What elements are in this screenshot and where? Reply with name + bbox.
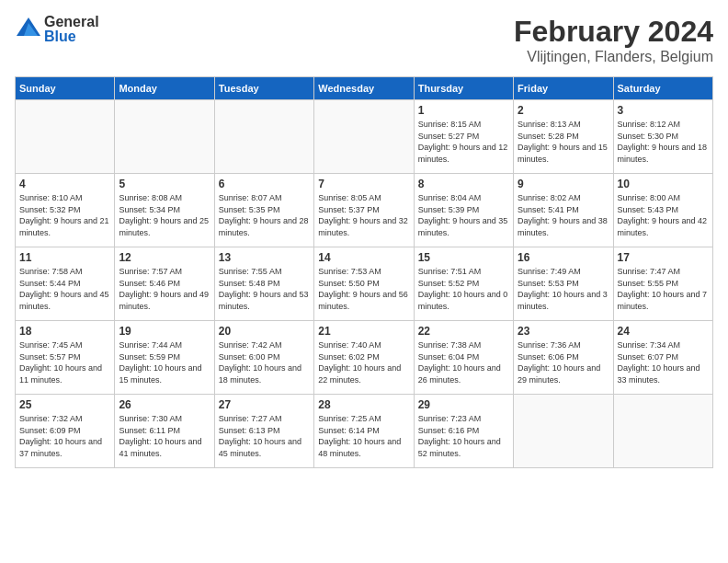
day-number: 26 (119, 398, 210, 411)
day-number: 25 (19, 398, 110, 411)
calendar-cell: 26Sunrise: 7:30 AMSunset: 6:11 PMDayligh… (115, 395, 214, 468)
logo-blue-text: Blue (44, 29, 99, 44)
calendar-cell: 2Sunrise: 8:13 AMSunset: 5:28 PMDaylight… (514, 100, 613, 174)
day-number: 10 (618, 178, 709, 190)
week-row-3: 11Sunrise: 7:58 AMSunset: 5:44 PMDayligh… (16, 247, 713, 321)
day-info: Sunrise: 7:42 AMSunset: 6:00 PMDaylight:… (219, 339, 310, 385)
day-info: Sunrise: 8:08 AMSunset: 5:34 PMDaylight:… (119, 192, 210, 238)
day-number: 17 (618, 251, 709, 264)
calendar-cell (115, 100, 214, 174)
weekday-header-monday: Monday (115, 77, 214, 100)
calendar-cell: 28Sunrise: 7:25 AMSunset: 6:14 PMDayligh… (314, 395, 414, 468)
calendar-cell: 7Sunrise: 8:05 AMSunset: 5:37 PMDaylight… (314, 174, 414, 247)
day-number: 18 (19, 325, 110, 338)
calendar-cell: 5Sunrise: 8:08 AMSunset: 5:34 PMDaylight… (115, 174, 214, 247)
weekday-header-saturday: Saturday (613, 77, 712, 100)
day-number: 3 (618, 104, 709, 117)
calendar-cell: 20Sunrise: 7:42 AMSunset: 6:00 PMDayligh… (214, 321, 313, 395)
day-info: Sunrise: 7:30 AMSunset: 6:11 PMDaylight:… (119, 413, 210, 459)
day-info: Sunrise: 8:10 AMSunset: 5:32 PMDaylight:… (19, 192, 110, 238)
day-info: Sunrise: 7:51 AMSunset: 5:52 PMDaylight:… (418, 266, 509, 312)
day-info: Sunrise: 7:57 AMSunset: 5:46 PMDaylight:… (119, 266, 210, 312)
weekday-header-wednesday: Wednesday (314, 77, 414, 100)
day-number: 9 (518, 178, 609, 190)
calendar-cell: 22Sunrise: 7:38 AMSunset: 6:04 PMDayligh… (414, 321, 513, 395)
header: General Blue February 2024 Vlijtingen, F… (15, 15, 713, 65)
day-number: 27 (219, 398, 310, 411)
day-info: Sunrise: 8:13 AMSunset: 5:28 PMDaylight:… (518, 119, 609, 165)
day-info: Sunrise: 7:58 AMSunset: 5:44 PMDaylight:… (19, 266, 110, 312)
calendar-cell (314, 100, 414, 174)
day-info: Sunrise: 7:34 AMSunset: 6:07 PMDaylight:… (618, 339, 709, 385)
day-info: Sunrise: 8:05 AMSunset: 5:37 PMDaylight:… (318, 192, 409, 238)
day-info: Sunrise: 7:49 AMSunset: 5:53 PMDaylight:… (518, 266, 609, 312)
day-number: 19 (119, 325, 210, 338)
day-info: Sunrise: 8:04 AMSunset: 5:39 PMDaylight:… (418, 192, 509, 238)
day-number: 12 (119, 251, 210, 264)
calendar-cell (214, 100, 313, 174)
calendar-cell (16, 100, 115, 174)
day-info: Sunrise: 8:07 AMSunset: 5:35 PMDaylight:… (219, 192, 310, 238)
day-number: 16 (518, 251, 609, 264)
day-info: Sunrise: 7:38 AMSunset: 6:04 PMDaylight:… (418, 339, 509, 385)
calendar-cell: 25Sunrise: 7:32 AMSunset: 6:09 PMDayligh… (16, 395, 115, 468)
day-info: Sunrise: 8:00 AMSunset: 5:43 PMDaylight:… (618, 192, 709, 238)
calendar-cell: 12Sunrise: 7:57 AMSunset: 5:46 PMDayligh… (115, 247, 214, 321)
day-number: 13 (219, 251, 310, 264)
day-info: Sunrise: 7:23 AMSunset: 6:16 PMDaylight:… (418, 413, 509, 459)
day-number: 24 (618, 325, 709, 338)
day-number: 7 (318, 178, 409, 190)
day-number: 21 (318, 325, 409, 338)
week-row-4: 18Sunrise: 7:45 AMSunset: 5:57 PMDayligh… (16, 321, 713, 395)
calendar-cell: 10Sunrise: 8:00 AMSunset: 5:43 PMDayligh… (613, 174, 712, 247)
day-number: 28 (318, 398, 409, 411)
day-number: 8 (418, 178, 509, 190)
weekday-header-tuesday: Tuesday (214, 77, 313, 100)
day-info: Sunrise: 7:44 AMSunset: 5:59 PMDaylight:… (119, 339, 210, 385)
calendar-cell: 14Sunrise: 7:53 AMSunset: 5:50 PMDayligh… (314, 247, 414, 321)
day-number: 6 (219, 178, 310, 190)
day-number: 11 (19, 251, 110, 264)
day-info: Sunrise: 7:25 AMSunset: 6:14 PMDaylight:… (318, 413, 409, 459)
calendar-cell: 3Sunrise: 8:12 AMSunset: 5:30 PMDaylight… (613, 100, 712, 174)
title-area: February 2024 Vlijtingen, Flanders, Belg… (514, 15, 713, 65)
calendar-cell: 17Sunrise: 7:47 AMSunset: 5:55 PMDayligh… (613, 247, 712, 321)
calendar-cell: 29Sunrise: 7:23 AMSunset: 6:16 PMDayligh… (414, 395, 513, 468)
day-info: Sunrise: 7:55 AMSunset: 5:48 PMDaylight:… (219, 266, 310, 312)
day-info: Sunrise: 7:40 AMSunset: 6:02 PMDaylight:… (318, 339, 409, 385)
calendar-cell: 11Sunrise: 7:58 AMSunset: 5:44 PMDayligh… (16, 247, 115, 321)
day-info: Sunrise: 7:53 AMSunset: 5:50 PMDaylight:… (318, 266, 409, 312)
day-number: 2 (518, 104, 609, 117)
day-info: Sunrise: 7:27 AMSunset: 6:13 PMDaylight:… (219, 413, 310, 459)
day-info: Sunrise: 8:02 AMSunset: 5:41 PMDaylight:… (518, 192, 609, 238)
calendar-cell: 13Sunrise: 7:55 AMSunset: 5:48 PMDayligh… (214, 247, 313, 321)
calendar-cell: 4Sunrise: 8:10 AMSunset: 5:32 PMDaylight… (16, 174, 115, 247)
logo-general-text: General (44, 15, 99, 29)
location: Vlijtingen, Flanders, Belgium (514, 49, 713, 65)
calendar-cell: 15Sunrise: 7:51 AMSunset: 5:52 PMDayligh… (414, 247, 513, 321)
day-number: 1 (418, 104, 509, 117)
day-info: Sunrise: 8:15 AMSunset: 5:27 PMDaylight:… (418, 119, 509, 165)
month-title: February 2024 (514, 15, 713, 49)
calendar-cell (514, 395, 613, 468)
calendar-cell: 21Sunrise: 7:40 AMSunset: 6:02 PMDayligh… (314, 321, 414, 395)
calendar-cell: 19Sunrise: 7:44 AMSunset: 5:59 PMDayligh… (115, 321, 214, 395)
day-number: 29 (418, 398, 509, 411)
week-row-2: 4Sunrise: 8:10 AMSunset: 5:32 PMDaylight… (16, 174, 713, 247)
day-number: 23 (518, 325, 609, 338)
logo: General Blue (15, 15, 99, 44)
day-number: 4 (19, 178, 110, 190)
calendar-cell: 16Sunrise: 7:49 AMSunset: 5:53 PMDayligh… (514, 247, 613, 321)
logo-icon (15, 16, 42, 43)
calendar-cell: 18Sunrise: 7:45 AMSunset: 5:57 PMDayligh… (16, 321, 115, 395)
calendar-cell: 9Sunrise: 8:02 AMSunset: 5:41 PMDaylight… (514, 174, 613, 247)
calendar-cell: 1Sunrise: 8:15 AMSunset: 5:27 PMDaylight… (414, 100, 513, 174)
calendar-cell (613, 395, 712, 468)
day-number: 22 (418, 325, 509, 338)
weekday-header-thursday: Thursday (414, 77, 513, 100)
calendar-cell: 8Sunrise: 8:04 AMSunset: 5:39 PMDaylight… (414, 174, 513, 247)
weekday-header-friday: Friday (514, 77, 613, 100)
day-info: Sunrise: 7:47 AMSunset: 5:55 PMDaylight:… (618, 266, 709, 312)
day-number: 20 (219, 325, 310, 338)
week-row-1: 1Sunrise: 8:15 AMSunset: 5:27 PMDaylight… (16, 100, 713, 174)
